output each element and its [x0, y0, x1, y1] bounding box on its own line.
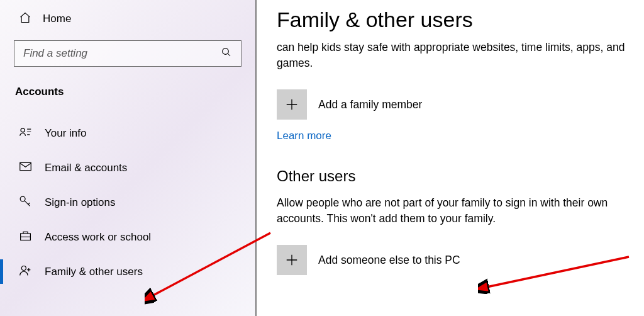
home-label: Home	[43, 13, 71, 25]
home-button[interactable]: Home	[0, 0, 255, 38]
nav-list: Your info Email & accounts Sign-in optio…	[0, 116, 255, 289]
search-container	[14, 40, 242, 67]
svg-point-1	[21, 128, 25, 132]
plus-icon	[277, 245, 307, 275]
sidebar-item-label: Email & accounts	[45, 162, 127, 174]
sidebar-item-signin-options[interactable]: Sign-in options	[0, 185, 255, 220]
page-title: Family & other users	[277, 8, 638, 32]
sidebar-item-email-accounts[interactable]: Email & accounts	[0, 150, 255, 185]
search-input[interactable]	[23, 47, 221, 60]
sidebar-item-label: Access work or school	[45, 231, 151, 244]
sidebar-item-label: Sign-in options	[45, 196, 115, 209]
sidebar: Home Accounts Your info Email & accounts	[0, 0, 257, 316]
briefcase-icon	[19, 229, 32, 245]
plus-icon	[277, 89, 307, 120]
svg-rect-2	[20, 162, 31, 170]
sidebar-item-access-work-school[interactable]: Access work or school	[0, 220, 255, 254]
key-icon	[19, 195, 32, 211]
svg-point-5	[21, 266, 26, 270]
section-label: Accounts	[0, 67, 255, 104]
search-icon	[221, 47, 232, 60]
other-users-description: Allow people who are not part of your fa…	[277, 195, 638, 226]
sidebar-item-label: Your info	[45, 127, 86, 140]
add-family-label: Add a family member	[318, 98, 422, 111]
person-plus-icon	[19, 264, 32, 280]
learn-more-link[interactable]: Learn more	[277, 130, 331, 142]
mail-icon	[19, 160, 32, 176]
svg-point-0	[223, 48, 229, 55]
sidebar-item-family-other-users[interactable]: Family & other users	[0, 254, 255, 289]
home-icon	[19, 11, 31, 26]
add-family-member-button[interactable]: Add a family member	[277, 89, 638, 120]
sidebar-item-your-info[interactable]: Your info	[0, 116, 255, 150]
person-card-icon	[19, 125, 32, 142]
search-input-wrapper[interactable]	[14, 40, 242, 67]
other-users-header: Other users	[277, 167, 638, 185]
main-content: Family & other users can help kids stay …	[277, 0, 638, 285]
add-other-label: Add someone else to this PC	[318, 254, 460, 267]
sidebar-item-label: Family & other users	[45, 266, 143, 278]
add-other-user-button[interactable]: Add someone else to this PC	[277, 245, 638, 275]
family-description: can help kids stay safe with appropriate…	[277, 40, 638, 71]
